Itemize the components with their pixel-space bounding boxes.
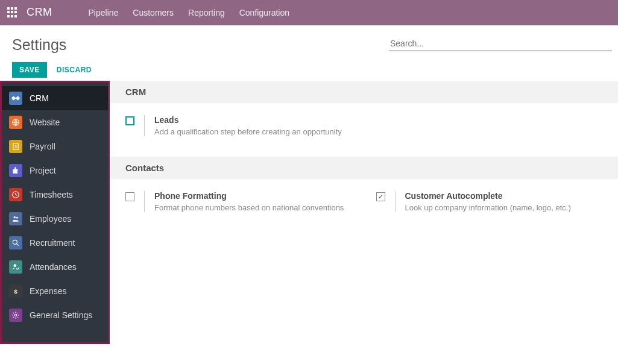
- setting-description: Look up company information (name, logo,…: [405, 203, 571, 212]
- setting-text: Phone FormattingFormat phone numbers bas…: [144, 191, 344, 212]
- handshake-icon: [9, 92, 22, 105]
- sidebar-item-website[interactable]: Website: [2, 110, 108, 134]
- setting-checkbox[interactable]: [125, 192, 134, 201]
- sidebar-item-label: Attendances: [30, 262, 77, 272]
- section-body: Phone FormattingFormat phone numbers bas…: [110, 179, 618, 233]
- main: CRMWebsite$PayrollProjectTimesheetsEmplo…: [0, 81, 618, 364]
- section-body: LeadsAdd a qualification step before cre…: [110, 103, 618, 157]
- setting-item: LeadsAdd a qualification step before cre…: [125, 115, 409, 136]
- sidebar-item-label: CRM: [30, 93, 49, 103]
- topnav: CRM Pipeline Customers Reporting Configu…: [0, 0, 618, 25]
- topmenu: Pipeline Customers Reporting Configurati…: [89, 8, 290, 17]
- svg-point-4: [14, 216, 16, 219]
- users-icon: [9, 212, 22, 225]
- sidebar-item-label: Project: [30, 166, 56, 175]
- setting-title: Leads: [154, 115, 342, 125]
- gear-icon: [9, 309, 22, 322]
- page-title: Settings: [12, 36, 66, 54]
- sidebar-item-label: Expenses: [30, 286, 66, 296]
- discard-button[interactable]: DISCARD: [57, 66, 92, 74]
- svg-point-5: [16, 217, 18, 219]
- sidebar-item-attendances[interactable]: Attendances: [2, 255, 108, 279]
- setting-text: LeadsAdd a qualification step before cre…: [144, 115, 342, 136]
- sidebar-item-payroll[interactable]: $Payroll: [2, 134, 108, 158]
- brand-title[interactable]: CRM: [27, 6, 52, 19]
- sidebar-item-project[interactable]: Project: [2, 158, 108, 183]
- svg-point-6: [13, 240, 17, 244]
- sidebar-item-timesheets[interactable]: Timesheets: [2, 183, 108, 207]
- settings-content: CRMLeadsAdd a qualification step before …: [110, 81, 618, 364]
- setting-item: Customer AutocompleteLook up company inf…: [376, 191, 603, 212]
- setting-text: Customer AutocompleteLook up company inf…: [395, 191, 571, 212]
- sidebar-item-label: Recruitment: [30, 238, 75, 248]
- dollar-icon: $: [9, 284, 22, 298]
- sidebar-item-crm[interactable]: CRM: [2, 86, 108, 110]
- setting-checkbox[interactable]: [376, 192, 385, 201]
- puzzle-icon: [9, 164, 22, 177]
- sidebar-item-label: Payroll: [30, 142, 55, 151]
- sidebar-item-label: Employees: [30, 214, 71, 224]
- sidebar-item-label: Website: [30, 118, 60, 127]
- svg-point-7: [14, 264, 17, 267]
- svg-point-9: [14, 314, 17, 316]
- topmenu-pipeline[interactable]: Pipeline: [89, 8, 119, 17]
- sidebar-item-general-settings[interactable]: General Settings: [2, 303, 108, 327]
- sidebar-item-expenses[interactable]: $Expenses: [2, 279, 108, 303]
- section-header: CRM: [110, 81, 618, 103]
- search-user-icon: [9, 236, 22, 249]
- sidebar-item-label: General Settings: [30, 310, 92, 320]
- svg-text:$: $: [14, 289, 17, 295]
- sidebar-item-label: Timesheets: [30, 190, 73, 199]
- topmenu-reporting[interactable]: Reporting: [188, 8, 225, 17]
- sidebar-item-recruitment[interactable]: Recruitment: [2, 231, 108, 255]
- globe-icon: [9, 116, 22, 129]
- setting-title: Customer Autocomplete: [405, 191, 571, 201]
- setting-checkbox[interactable]: [125, 116, 134, 125]
- sidebar-item-employees[interactable]: Employees: [2, 207, 108, 231]
- apps-launcher-icon[interactable]: [7, 7, 18, 18]
- setting-description: Add a qualification step before creating…: [154, 127, 342, 136]
- save-button[interactable]: SAVE: [12, 62, 47, 78]
- topmenu-configuration[interactable]: Configuration: [239, 8, 289, 17]
- svg-text:$: $: [14, 145, 17, 148]
- setting-item: Phone FormattingFormat phone numbers bas…: [125, 191, 352, 212]
- setting-description: Format phone numbers based on national c…: [154, 203, 344, 212]
- check-user-icon: [9, 260, 22, 274]
- clock-icon: [9, 188, 22, 201]
- setting-title: Phone Formatting: [154, 191, 344, 201]
- dollar-doc-icon: $: [9, 140, 22, 153]
- search-input[interactable]: [389, 36, 612, 51]
- topmenu-customers[interactable]: Customers: [133, 8, 174, 17]
- section-header: Contacts: [110, 157, 618, 179]
- settings-sidebar: CRMWebsite$PayrollProjectTimesheetsEmplo…: [0, 81, 110, 344]
- subheader: Settings SAVE DISCARD: [0, 25, 618, 81]
